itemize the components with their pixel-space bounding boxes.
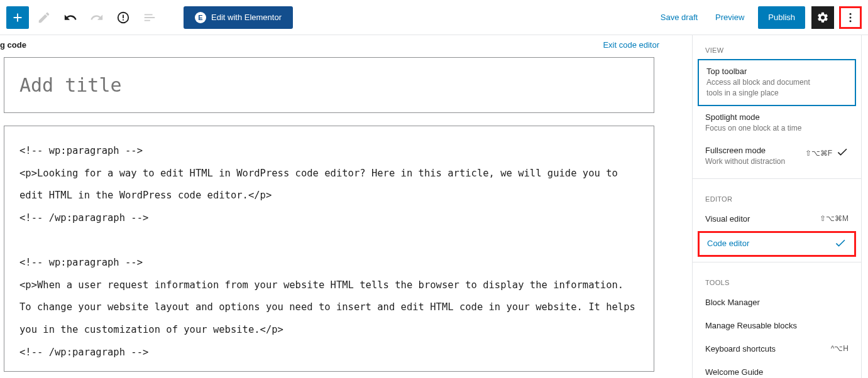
post-title-input[interactable] bbox=[19, 74, 639, 96]
menu-item-code-editor[interactable]: Code editor bbox=[698, 231, 856, 257]
elementor-label: Edit with Elementor bbox=[211, 13, 282, 22]
add-block-button[interactable] bbox=[6, 6, 29, 29]
menu-item-block-manager[interactable]: Block Manager bbox=[693, 291, 861, 315]
section-tools-label: TOOLS bbox=[693, 267, 861, 291]
gear-icon bbox=[816, 11, 829, 24]
svg-point-2 bbox=[850, 20, 852, 22]
redo-button[interactable] bbox=[85, 6, 108, 29]
menu-item-visual-editor[interactable]: Visual editor ⇧⌥⌘M bbox=[693, 208, 861, 231]
info-button[interactable] bbox=[112, 6, 135, 29]
code-editor-textarea[interactable]: <!-- wp:paragraph --> <p>Looking for a w… bbox=[4, 126, 654, 372]
exit-code-editor-link[interactable]: Exit code editor bbox=[603, 40, 659, 50]
elementor-icon: E bbox=[195, 12, 206, 23]
check-icon bbox=[834, 237, 847, 251]
fullscreen-shortcut: ⇧⌥⌘F bbox=[805, 149, 832, 158]
undo-icon bbox=[63, 11, 77, 24]
more-vertical-icon bbox=[844, 11, 857, 24]
top-toolbar-title: Top toolbar bbox=[706, 67, 847, 76]
settings-button[interactable] bbox=[811, 6, 834, 29]
code-editor-title: Code editor bbox=[707, 239, 749, 248]
list-icon bbox=[143, 11, 157, 24]
toolbar-left: E Edit with Elementor bbox=[6, 6, 293, 29]
divider bbox=[693, 178, 861, 179]
save-draft-button[interactable]: Save draft bbox=[653, 6, 705, 29]
visual-editor-shortcut: ⇧⌥⌘M bbox=[820, 214, 849, 223]
options-dropdown: VIEW Top toolbar Access all block and do… bbox=[692, 35, 862, 378]
menu-item-spotlight[interactable]: Spotlight mode Focus on one block at a t… bbox=[693, 106, 861, 140]
pencil-icon bbox=[37, 11, 51, 24]
fullscreen-sub: Work without distraction bbox=[705, 156, 800, 167]
menu-item-keyboard-shortcuts[interactable]: Keyboard shortcuts ^⌥H bbox=[693, 338, 861, 361]
toolbar-right: Save draft Preview Publish bbox=[653, 6, 862, 29]
top-toolbar-sub: Access all block and document tools in a… bbox=[706, 77, 820, 99]
divider bbox=[693, 262, 861, 262]
outline-button[interactable] bbox=[138, 6, 161, 29]
keyboard-shortcuts-shortcut: ^⌥H bbox=[831, 344, 849, 353]
menu-item-welcome-guide[interactable]: Welcome Guide bbox=[693, 361, 861, 378]
publish-button[interactable]: Publish bbox=[758, 6, 805, 29]
block-manager-title: Block Manager bbox=[705, 298, 760, 307]
editor-area: g code Exit code editor <!-- wp:paragrap… bbox=[0, 35, 686, 378]
svg-point-1 bbox=[850, 16, 852, 18]
top-toolbar: E Edit with Elementor Save draft Preview… bbox=[0, 0, 868, 35]
plus-icon bbox=[11, 11, 25, 24]
editing-code-label: g code bbox=[0, 40, 26, 50]
preview-button[interactable]: Preview bbox=[708, 6, 752, 29]
menu-item-reusable-blocks[interactable]: Manage Reusable blocks bbox=[693, 315, 861, 338]
section-view-label: VIEW bbox=[693, 35, 861, 59]
title-box bbox=[4, 57, 654, 113]
visual-editor-title: Visual editor bbox=[705, 214, 750, 224]
spotlight-sub: Focus on one block at a time bbox=[705, 123, 818, 134]
edit-with-elementor-button[interactable]: E Edit with Elementor bbox=[184, 6, 293, 29]
menu-item-top-toolbar[interactable]: Top toolbar Access all block and documen… bbox=[698, 59, 856, 106]
undo-button[interactable] bbox=[59, 6, 82, 29]
section-editor-label: EDITOR bbox=[693, 184, 861, 208]
svg-point-0 bbox=[850, 13, 852, 14]
redo-icon bbox=[90, 11, 104, 24]
keyboard-shortcuts-title: Keyboard shortcuts bbox=[705, 344, 776, 354]
welcome-guide-title: Welcome Guide bbox=[705, 367, 763, 377]
check-icon bbox=[836, 146, 849, 160]
menu-item-fullscreen[interactable]: Fullscreen mode Work without distraction… bbox=[693, 139, 861, 173]
editing-row: g code Exit code editor bbox=[0, 35, 686, 55]
spotlight-title: Spotlight mode bbox=[705, 112, 849, 122]
fullscreen-title: Fullscreen mode bbox=[705, 146, 800, 155]
reusable-blocks-title: Manage Reusable blocks bbox=[705, 321, 797, 330]
edit-mode-button[interactable] bbox=[33, 6, 55, 29]
info-icon bbox=[116, 11, 130, 24]
more-options-button[interactable] bbox=[839, 6, 862, 29]
